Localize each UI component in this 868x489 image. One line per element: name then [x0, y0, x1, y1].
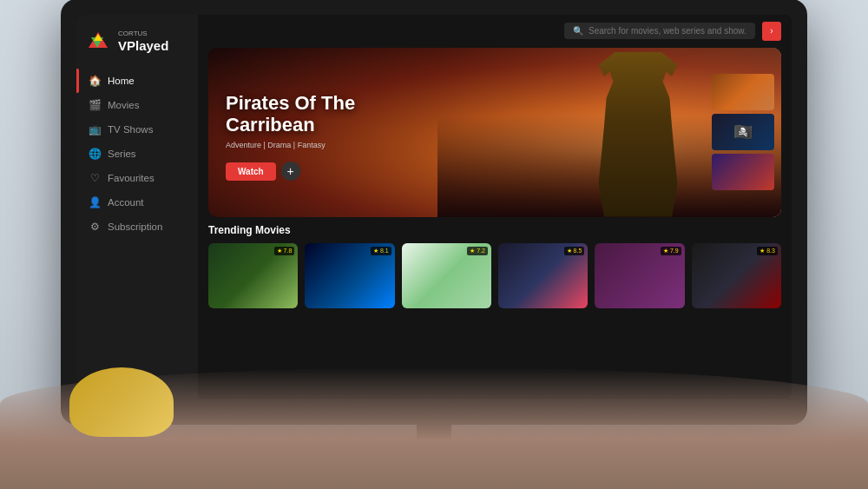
search-input[interactable] [589, 26, 746, 36]
sidebar-item-movies[interactable]: 🎬 Movies [76, 93, 198, 117]
tv-base [391, 442, 477, 447]
hero-genres: Adventure | Drama | Fantasy [226, 141, 355, 149]
sidebar-item-tv-shows[interactable]: 📺 TV Shows [76, 117, 198, 142]
movie-card-6[interactable]: ★ 8.3 [692, 243, 781, 308]
hero-thumb-3[interactable] [712, 154, 774, 190]
hero-actions: Watch + [226, 162, 355, 181]
tv-screen: CORTUS VPlayed 🏠 Home 🎬 Movies 📺 TV [76, 15, 792, 399]
search-button[interactable]: › [762, 22, 781, 41]
movie-card-1[interactable]: ★ 7.8 [208, 243, 298, 308]
hero-thumb-2[interactable]: 🏴‍☠️ [712, 114, 774, 150]
subscription-icon: ⚙ [89, 221, 101, 233]
trending-title: Trending Movies [208, 224, 781, 236]
movie-card-2[interactable]: ★ 8.1 [305, 243, 394, 308]
movie-rating-3: ★ 7.2 [467, 247, 488, 255]
movie-card-5[interactable]: ★ 7.9 [595, 243, 684, 308]
hero-content: Pirates Of The Carribean Adventure | Dra… [226, 74, 355, 200]
hero-thumbnails: 🏴‍☠️ [712, 74, 774, 190]
tv-stand [417, 425, 451, 442]
sidebar-item-series[interactable]: 🌐 Series [76, 142, 198, 166]
logo-area: CORTUS VPlayed [76, 27, 198, 69]
search-bar[interactable]: 🔍 [564, 23, 755, 39]
header: 🔍 › [198, 15, 792, 48]
main-content: 🔍 › Pirat [198, 15, 792, 399]
tv-frame: CORTUS VPlayed 🏠 Home 🎬 Movies 📺 TV [61, 0, 807, 425]
movie-rating-4: ★ 8.5 [564, 247, 585, 255]
trending-section: Trending Movies ★ 7.8 ★ 8.1 ★ 7.2 ★ 8.5 [198, 224, 792, 399]
sidebar-item-favourites[interactable]: ♡ Favourites [76, 166, 198, 190]
movie-card-4[interactable]: ★ 8.5 [498, 243, 588, 308]
search-icon: 🔍 [573, 26, 583, 36]
tv-icon: 📺 [89, 123, 101, 135]
add-to-list-button[interactable]: + [281, 162, 300, 181]
app-brand: CORTUS VPlayed [118, 30, 168, 53]
movies-icon: 🎬 [89, 99, 101, 111]
movie-rating-5: ★ 7.9 [661, 247, 681, 255]
home-icon: 🏠 [89, 75, 101, 87]
sidebar: CORTUS VPlayed 🏠 Home 🎬 Movies 📺 TV [76, 15, 198, 399]
sidebar-item-subscription[interactable]: ⚙ Subscription [76, 215, 198, 239]
movie-rating-1: ★ 7.8 [274, 247, 295, 255]
account-icon: 👤 [89, 196, 101, 208]
series-icon: 🌐 [89, 148, 101, 160]
hero-banner: Pirates Of The Carribean Adventure | Dra… [208, 48, 781, 217]
movie-rating-2: ★ 8.1 [371, 247, 391, 255]
sidebar-item-account[interactable]: 👤 Account [76, 190, 198, 215]
watch-button[interactable]: Watch [226, 162, 276, 181]
movie-rating-6: ★ 8.3 [757, 247, 778, 255]
movies-row: ★ 7.8 ★ 8.1 ★ 7.2 ★ 8.5 ★ 7.9 [208, 243, 781, 308]
app-logo-icon [89, 30, 113, 55]
hero-title: Pirates Of The Carribean [226, 92, 355, 136]
movie-card-3[interactable]: ★ 7.2 [402, 243, 491, 308]
heart-icon: ♡ [89, 172, 101, 184]
hero-thumb-1[interactable] [712, 74, 774, 110]
sidebar-item-home[interactable]: 🏠 Home [76, 69, 198, 93]
